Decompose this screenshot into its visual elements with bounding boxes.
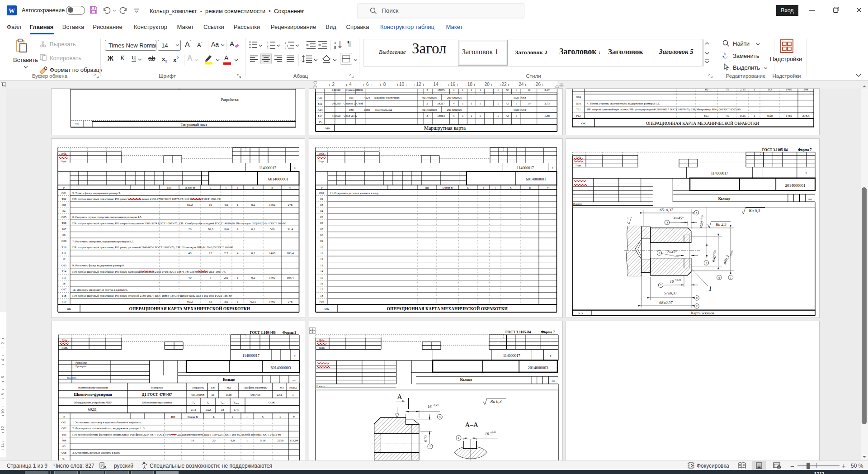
svg-text:Кольцо: Кольцо [718, 197, 731, 201]
svg-text:t: t [232, 415, 233, 418]
svg-text:015: 015 [552, 380, 555, 382]
svg-text:12: 12 [62, 257, 65, 261]
svg-text:1: 1 [458, 436, 459, 439]
svg-text:276: 276 [288, 203, 293, 207]
svg-text:041260: 041260 [332, 102, 341, 105]
svg-text:10: 10 [209, 203, 212, 207]
svg-text:11: 11 [320, 251, 323, 255]
svg-text:2,15: 2,15 [740, 89, 746, 91]
svg-text:08: 08 [62, 233, 65, 237]
svg-text:7: 7 [294, 355, 296, 357]
svg-text:05: 05 [320, 215, 323, 218]
svg-text:Кольцо: Кольцо [460, 378, 472, 382]
svg-text:1460: 1460 [269, 276, 276, 280]
svg-text:2: 2 [696, 304, 698, 308]
svg-text:t: t [226, 186, 226, 189]
svg-text:31,4: 31,4 [288, 228, 293, 231]
svg-text:1: 1 [754, 89, 755, 91]
svg-text:1: 1 [471, 102, 472, 105]
svg-text:ТЛ: ТЛ [75, 123, 78, 126]
svg-text:2250: 2250 [277, 439, 284, 442]
svg-text:1: 1 [515, 102, 517, 105]
svg-text:Т06: Т06 [61, 221, 66, 224]
svg-text:02: 02 [320, 197, 323, 200]
svg-text:Н.контр.: Н.контр. [316, 385, 326, 388]
svg-text:Р11: Р11 [62, 251, 66, 255]
svg-text:Д1 ГОСТ 4784-97: Д1 ГОСТ 4784-97 [142, 392, 172, 397]
svg-text:0,2: 0,2 [768, 89, 772, 91]
svg-text:15: 15 [209, 251, 212, 255]
svg-text:114000017: 114000017 [259, 166, 276, 170]
svg-text:1: 1 [515, 89, 517, 91]
svg-text:16: 16 [485, 431, 490, 436]
svg-text:72: 72 [505, 102, 509, 105]
svg-text:40: 40 [189, 251, 192, 255]
svg-text:500: 500 [270, 228, 275, 231]
svg-text:030: 030 [349, 108, 354, 111]
svg-text:3: 3 [426, 89, 428, 91]
svg-text:Форма 3: Форма 3 [283, 331, 297, 335]
svg-text:10. Отрезать заготовку от прут: 10. Отрезать заготовку от прутка в разме… [72, 288, 128, 291]
svg-text:8: 8 [550, 355, 551, 357]
svg-text:Подп.: Подп. [576, 164, 582, 167]
svg-text:Разработал:: Разработал: [221, 98, 239, 102]
svg-text:ПИ: ПИ [425, 186, 429, 189]
svg-text:Форма 7: Форма 7 [798, 148, 812, 152]
svg-text:3: 3 [666, 221, 668, 224]
svg-text:60,2: 60,2 [187, 203, 193, 207]
svg-text:1: 1 [754, 114, 755, 118]
svg-text:1460: 1460 [269, 203, 276, 207]
svg-text:Р19: Р19 [62, 300, 66, 303]
svg-text:2. Фрезеровать шпоночный паз,: 2. Фрезеровать шпоночный паз, выдерживая… [72, 427, 146, 430]
svg-text:i: i [285, 47, 286, 49]
svg-text:Контрольная: Контрольная [375, 108, 392, 111]
svg-text:16: 16 [62, 282, 65, 285]
svg-text:+0,43: +0,43 [490, 431, 496, 434]
svg-text:+0,36: +0,36 [675, 279, 681, 281]
svg-text:ПР: патрон цанговый при станке: ПР: патрон цанговый при станке; РИ: свер… [72, 222, 286, 225]
svg-text:9: 9 [696, 296, 698, 299]
svg-text:Р07: Р07 [62, 228, 66, 231]
svg-text:16: 16 [191, 439, 195, 442]
svg-text:75: 75 [726, 89, 729, 91]
svg-text:04: 04 [62, 209, 66, 213]
svg-text:6014000005: 6014000005 [422, 96, 437, 99]
svg-text:4: 4 [552, 166, 553, 169]
svg-text:0,1: 0,1 [251, 228, 255, 231]
svg-text:S: S [262, 415, 264, 418]
svg-text:6014000006: 6014000006 [422, 108, 437, 111]
svg-text:15: 15 [320, 276, 323, 279]
svg-text:Маршрутная карта: Маршрутная карта [424, 125, 466, 131]
svg-text:2014000006: 2014000006 [447, 108, 462, 111]
svg-text:ОК: ОК [581, 122, 586, 125]
svg-text:2,0: 2,0 [224, 276, 228, 280]
svg-text:А11: А11 [318, 96, 323, 99]
svg-text:1: 1 [246, 439, 248, 442]
svg-text:13: 13 [320, 264, 323, 267]
svg-text:Подп.: Подп. [319, 346, 325, 349]
svg-text:8: 8 [659, 251, 660, 255]
svg-text:72: 72 [505, 114, 509, 117]
svg-text:2: 2 [426, 102, 428, 105]
svg-text:О01: О01 [61, 421, 66, 424]
svg-text:Профиль и размеры: Профиль и размеры [244, 386, 268, 389]
svg-text:09: 09 [320, 239, 323, 242]
svg-text:L: L [213, 415, 215, 418]
svg-text:183,4: 183,4 [287, 251, 294, 255]
svg-text:3: 3 [453, 114, 455, 117]
svg-text:0,11: 0,11 [191, 408, 196, 412]
svg-text:L: L [210, 186, 212, 189]
svg-text:Р: Р [63, 186, 65, 189]
svg-text:Т11: Т11 [576, 108, 581, 111]
svg-text:0,2: 0,2 [251, 251, 255, 255]
svg-text:Твердость: Твердость [192, 386, 204, 389]
svg-text:278,3: 278,3 [802, 114, 810, 118]
svg-text:3: 3 [439, 415, 440, 418]
svg-text:18075: 18075 [437, 89, 444, 91]
svg-text:L: L [467, 186, 469, 189]
svg-text:183,4: 183,4 [287, 276, 294, 280]
svg-text:3,73: 3,73 [544, 102, 550, 105]
svg-text:Подп.: Подп. [318, 160, 325, 163]
svg-text:Обозначение программы: Обозначение программы [142, 401, 172, 404]
svg-text:ОПЕРАЦИОННАЯ КАРТА МЕХАНИЧЕСКО: ОПЕРАЦИОННАЯ КАРТА МЕХАНИЧЕСКОЙ ОБРАБОТК… [129, 306, 250, 311]
